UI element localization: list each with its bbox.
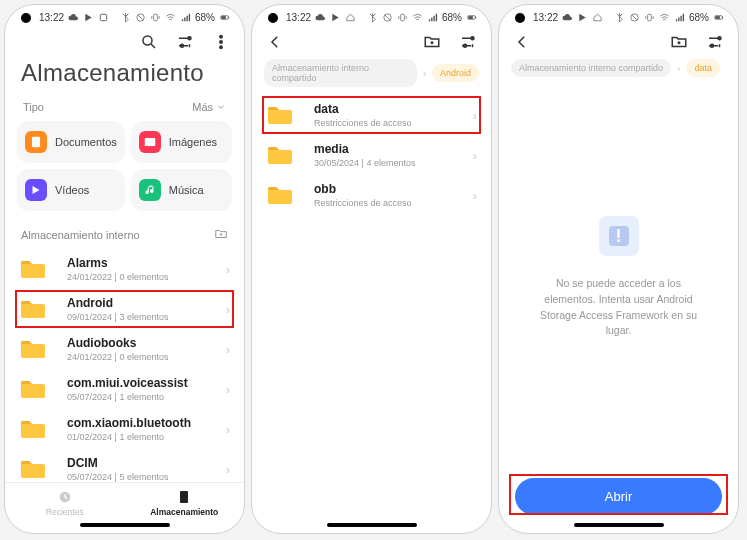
folder-name: media <box>314 142 463 156</box>
battery-icon <box>466 12 477 23</box>
play-icon <box>83 12 94 23</box>
chevron-right-icon: › <box>473 148 477 163</box>
breadcrumb-item[interactable]: Android <box>432 64 479 82</box>
breadcrumb-item[interactable]: Almacenamiento interno compartido <box>511 59 671 77</box>
folder-name: Alarms <box>67 256 216 270</box>
status-time: 13:22 <box>533 12 558 23</box>
folder-subtitle: Restricciones de acceso <box>314 198 463 208</box>
battery-icon <box>713 12 724 23</box>
play-icon <box>330 12 341 23</box>
folder-subtitle: 30/05/2024 | 4 elementos <box>314 158 463 168</box>
folder-icon <box>19 337 47 361</box>
folder-row[interactable]: Alarms 24/01/2022 | 0 elementos › <box>5 249 244 289</box>
doc-icon <box>25 131 47 153</box>
svg-point-10 <box>220 41 222 43</box>
folder-row[interactable]: obb Restricciones de acceso › <box>252 175 491 215</box>
chevron-right-icon: › <box>226 422 230 437</box>
folder-subtitle: 05/07/2024 | 1 elemento <box>67 392 216 402</box>
new-folder-icon[interactable] <box>214 227 228 243</box>
screen-storage-home: 13:22 68% Almacenamiento Tipo Más D <box>4 4 245 534</box>
breadcrumb: Almacenamiento interno compartido›data <box>499 57 738 85</box>
svg-rect-5 <box>228 17 229 19</box>
breadcrumb-item[interactable]: data <box>686 59 720 77</box>
overflow-icon[interactable] <box>212 33 230 51</box>
wifi-icon <box>165 12 176 23</box>
svg-point-14 <box>147 140 149 142</box>
dnd-icon <box>382 12 393 23</box>
svg-point-11 <box>220 46 222 48</box>
nav-recent[interactable]: Recientes <box>5 489 125 517</box>
top-bar <box>252 27 491 57</box>
chevron-right-icon: › <box>226 342 230 357</box>
empty-state: ! No se puede acceder a los elementos. I… <box>499 85 738 470</box>
folder-name: data <box>314 102 463 116</box>
battery-icon <box>219 12 230 23</box>
status-bar: 13:22 68% <box>252 5 491 27</box>
svg-rect-25 <box>648 14 652 20</box>
open-button[interactable]: Abrir <box>515 478 722 515</box>
search-icon[interactable] <box>140 33 158 51</box>
folder-row[interactable]: DCIM 05/07/2024 | 5 elementos › <box>5 449 244 482</box>
status-battery: 68% <box>442 12 462 23</box>
new-folder-icon[interactable] <box>670 33 688 51</box>
back-icon[interactable] <box>513 33 531 51</box>
folder-row[interactable]: data Restricciones de acceso › <box>252 95 491 135</box>
svg-rect-0 <box>100 14 106 20</box>
folder-row[interactable]: com.miui.voiceassist 05/07/2024 | 1 elem… <box>5 369 244 409</box>
svg-rect-20 <box>468 16 473 19</box>
settings-icon[interactable] <box>176 33 194 51</box>
category-img[interactable]: Imágenes <box>131 121 232 163</box>
chevron-right-icon: › <box>473 108 477 123</box>
bluetooth-icon <box>614 12 625 23</box>
bluetooth-icon <box>120 12 131 23</box>
camera-cutout <box>268 13 278 23</box>
svg-rect-16 <box>180 491 188 503</box>
screen-android-folder: 13:22 68% Almacenamiento interno compart… <box>251 4 492 534</box>
signal-icon <box>180 12 191 23</box>
type-more[interactable]: Más <box>192 101 226 113</box>
folder-subtitle: 24/01/2022 | 0 elementos <box>67 352 216 362</box>
settings-icon[interactable] <box>459 33 477 51</box>
new-folder-icon[interactable] <box>423 33 441 51</box>
top-bar <box>499 27 738 57</box>
svg-point-6 <box>143 36 152 45</box>
chevron-down-icon <box>216 102 226 112</box>
status-battery: 68% <box>195 12 215 23</box>
folder-name: Android <box>67 296 216 310</box>
folder-name: com.xiaomi.bluetooth <box>67 416 216 430</box>
chevron-right-icon: › <box>473 188 477 203</box>
folder-icon <box>19 377 47 401</box>
folder-name: com.miui.voiceassist <box>67 376 216 390</box>
settings-icon[interactable] <box>706 33 724 51</box>
svg-rect-28 <box>722 17 723 19</box>
folder-icon <box>19 297 47 321</box>
alert-icon: ! <box>599 216 639 256</box>
signal-icon <box>674 12 685 23</box>
folder-icon <box>266 183 294 207</box>
cloud-icon <box>562 12 573 23</box>
folder-row[interactable]: Android 09/01/2024 | 3 elementos › <box>5 289 244 329</box>
category-label: Documentos <box>55 136 117 148</box>
wifi-icon <box>659 12 670 23</box>
folder-row[interactable]: Audiobooks 24/01/2022 | 0 elementos › <box>5 329 244 369</box>
folder-row[interactable]: com.xiaomi.bluetooth 01/02/2024 | 1 elem… <box>5 409 244 449</box>
wifi-icon <box>412 12 423 23</box>
folder-name: DCIM <box>67 456 216 470</box>
crumb-sep: › <box>423 68 426 79</box>
folder-icon <box>19 257 47 281</box>
folder-icon <box>266 103 294 127</box>
home-icon <box>592 12 603 23</box>
folder-name: obb <box>314 182 463 196</box>
gesture-bar <box>80 523 170 527</box>
back-icon[interactable] <box>266 33 284 51</box>
svg-rect-2 <box>154 14 158 20</box>
category-label: Música <box>169 184 204 196</box>
nav-storage[interactable]: Almacenamiento <box>125 489 245 517</box>
img-icon <box>139 131 161 153</box>
folder-icon <box>266 143 294 167</box>
category-vid[interactable]: Vídeos <box>17 169 125 211</box>
category-mus[interactable]: Música <box>131 169 232 211</box>
folder-row[interactable]: media 30/05/2024 | 4 elementos › <box>252 135 491 175</box>
category-doc[interactable]: Documentos <box>17 121 125 163</box>
breadcrumb-item[interactable]: Almacenamiento interno compartido <box>264 59 417 87</box>
